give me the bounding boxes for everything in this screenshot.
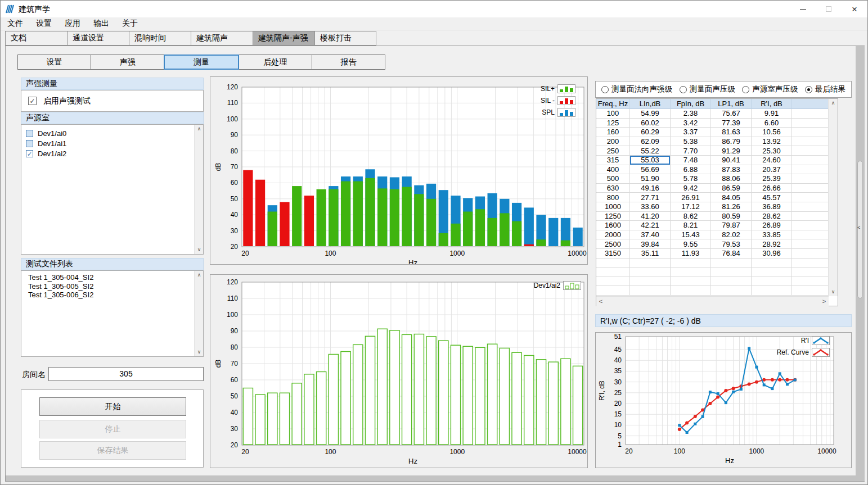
table-cell[interactable]: 86.79 <box>711 137 752 147</box>
table-cell[interactable] <box>596 259 630 268</box>
table-cell[interactable]: 25.30 <box>752 146 792 156</box>
radio-circle-icon[interactable] <box>680 86 687 93</box>
table-cell[interactable]: 2000 <box>596 230 630 240</box>
table-cell[interactable] <box>792 221 829 230</box>
table-cell[interactable] <box>792 268 829 277</box>
table-hscrollbar[interactable]: < > <box>596 296 829 306</box>
table-cell[interactable] <box>711 286 752 296</box>
table-cell[interactable]: 315 <box>596 156 630 165</box>
table-cell[interactable] <box>792 249 829 259</box>
table-cell[interactable]: 160 <box>596 128 630 137</box>
table-cell[interactable] <box>630 286 671 296</box>
table-cell[interactable] <box>792 230 829 240</box>
channel-item[interactable]: ✓Dev1/ai2 <box>21 148 203 158</box>
table-cell[interactable] <box>792 146 829 156</box>
table-row[interactable] <box>596 268 838 277</box>
table-cell[interactable]: 6.88 <box>671 165 711 175</box>
menu-item-application[interactable]: 应用 <box>65 19 80 29</box>
table-row[interactable] <box>596 286 838 296</box>
channel-item[interactable]: Dev1/ai1 <box>21 138 203 148</box>
tab-building-insulation-si[interactable]: 建筑隔声-声强 <box>253 31 314 46</box>
table-cell[interactable] <box>792 109 829 119</box>
table-cell[interactable] <box>792 156 829 165</box>
subtab-intensity[interactable]: 声强 <box>91 55 164 70</box>
table-cell[interactable]: 36.89 <box>752 202 792 212</box>
table-cell[interactable] <box>596 277 630 287</box>
tab-channel-setup[interactable]: 通道设置 <box>67 31 129 46</box>
table-cell[interactable] <box>630 277 671 287</box>
table-cell[interactable]: 37.40 <box>630 230 671 240</box>
table-cell[interactable] <box>671 286 711 296</box>
table-cell[interactable]: 79.87 <box>711 221 752 230</box>
table-cell[interactable]: 30.96 <box>752 249 792 259</box>
table-cell[interactable] <box>630 268 671 277</box>
table-cell[interactable]: 3.37 <box>671 128 711 137</box>
table-cell[interactable] <box>752 268 792 277</box>
subtab-setup[interactable]: 设置 <box>17 55 91 70</box>
radio-final-result[interactable]: 最后结果 <box>805 84 845 94</box>
table-cell[interactable]: 1000 <box>596 202 630 212</box>
table-row[interactable]: 16060.293.3781.6310.56 <box>596 128 838 137</box>
radio-normal-intensity-level[interactable]: 测量面法向声强级 <box>601 84 672 94</box>
channel-item[interactable]: Dev1/ai0 <box>21 128 203 138</box>
table-cell[interactable]: 42.21 <box>630 221 671 230</box>
table-cell[interactable]: 125 <box>596 119 630 128</box>
table-cell[interactable]: 55.03 <box>630 156 671 165</box>
table-row[interactable]: 50051.905.7888.0625.39 <box>596 174 838 184</box>
table-row[interactable]: 80027.7126.9184.0545.57 <box>596 193 838 202</box>
table-cell[interactable]: 60.29 <box>630 128 671 137</box>
table-cell[interactable]: 87.83 <box>711 165 752 175</box>
table-cell[interactable]: 1600 <box>596 221 630 230</box>
table-vscrollbar[interactable]: ∧ ∨ <box>828 99 838 296</box>
table-cell[interactable]: 8.21 <box>671 221 711 230</box>
table-cell[interactable] <box>752 286 792 296</box>
table-cell[interactable]: 24.60 <box>752 156 792 165</box>
table-cell[interactable]: 28.92 <box>752 239 792 249</box>
table-cell[interactable] <box>596 268 630 277</box>
table-cell[interactable]: 200 <box>596 137 630 147</box>
table-cell[interactable] <box>711 277 752 287</box>
table-cell[interactable]: 86.59 <box>711 184 752 193</box>
table-cell[interactable]: 41.20 <box>630 212 671 221</box>
table-cell[interactable]: 45.57 <box>752 193 792 202</box>
right-splitter[interactable]: < <box>856 46 865 481</box>
enable-intensity-checkbox[interactable]: ✓ <box>28 97 37 105</box>
table-cell[interactable]: 100 <box>596 109 630 119</box>
radio-surface-spl[interactable]: 测量面声压级 <box>680 84 735 94</box>
table-cell[interactable] <box>792 128 829 137</box>
bottom-splitter[interactable] <box>6 475 856 481</box>
scroll-up-icon[interactable]: ∧ <box>195 271 204 279</box>
room-name-input[interactable]: 305 <box>48 367 204 381</box>
table-cell[interactable]: 7.70 <box>671 146 711 156</box>
table-cell[interactable] <box>792 119 829 128</box>
scroll-up-icon[interactable]: ∧ <box>195 125 204 133</box>
table-cell[interactable]: 2500 <box>596 239 630 249</box>
table-cell[interactable] <box>752 277 792 287</box>
table-cell[interactable] <box>792 165 829 175</box>
tab-document[interactable]: 文档 <box>5 31 67 46</box>
collapse-left-icon[interactable]: < <box>857 225 860 230</box>
radio-source-room-spl[interactable]: 声源室声压级 <box>742 84 798 94</box>
maximize-button[interactable] <box>816 1 842 17</box>
table-cell[interactable]: 13.92 <box>752 137 792 147</box>
table-cell[interactable]: 81.63 <box>711 128 752 137</box>
table-cell[interactable] <box>671 268 711 277</box>
table-cell[interactable] <box>792 137 829 147</box>
scroll-up-icon[interactable]: ∧ <box>829 99 838 107</box>
table-cell[interactable]: 9.91 <box>752 109 792 119</box>
table-cell[interactable]: 800 <box>596 193 630 202</box>
scroll-down-icon[interactable]: ∨ <box>829 288 838 296</box>
radio-circle-icon[interactable] <box>742 86 749 93</box>
table-cell[interactable]: 56.69 <box>630 165 671 175</box>
table-cell[interactable]: 400 <box>596 165 630 175</box>
table-cell[interactable]: 79.53 <box>711 239 752 249</box>
table-cell[interactable]: 90.41 <box>711 156 752 165</box>
channel-list-scrollbar[interactable]: ∧ ∨ <box>194 125 203 254</box>
table-cell[interactable]: 25.39 <box>752 174 792 184</box>
start-button[interactable]: 开始 <box>39 397 186 416</box>
menu-item-settings[interactable]: 设置 <box>36 19 52 29</box>
tab-reverb-time[interactable]: 混响时间 <box>129 31 191 46</box>
table-cell[interactable]: 11.93 <box>671 249 711 259</box>
table-cell[interactable]: 81.26 <box>711 202 752 212</box>
table-cell[interactable] <box>792 202 829 212</box>
